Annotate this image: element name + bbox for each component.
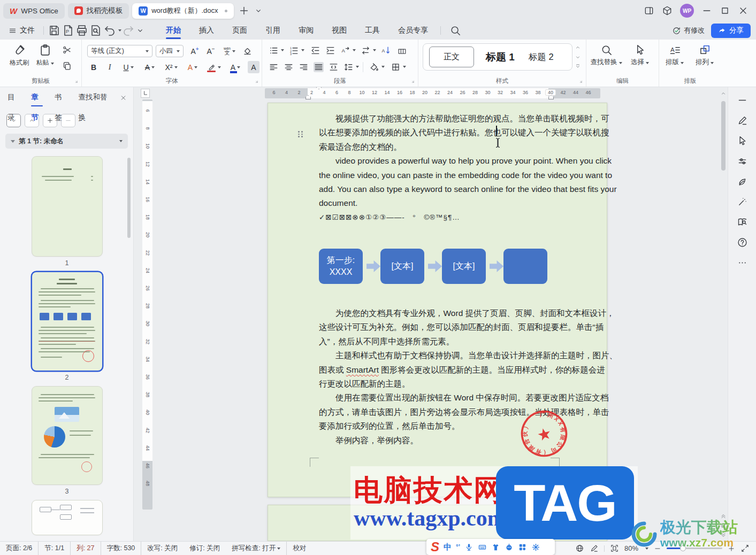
status-item-1[interactable]: 节: 1/1 [39, 542, 71, 555]
document-page-2[interactable]: 视频提供了功能强大的方法帮助您证明您的观点。当您单击联机视频时，可以在想要添加的… [268, 103, 607, 497]
status-item-5[interactable]: 修订: 关闭 [184, 542, 226, 555]
ink-pen-icon[interactable] [590, 544, 599, 553]
style-normal[interactable]: 正文 [429, 47, 474, 67]
document-page-3[interactable] [268, 505, 607, 541]
clipboard-expand-icon[interactable] [74, 80, 79, 84]
align-right-icon[interactable] [299, 62, 309, 72]
fullscreen-icon[interactable] [740, 544, 750, 553]
italic-button[interactable]: I [103, 61, 116, 73]
scroll-up-icon[interactable] [720, 90, 727, 97]
cut-button[interactable] [62, 45, 72, 55]
styles-scroll-down-icon[interactable] [575, 54, 581, 60]
edit-tool-icon[interactable] [737, 115, 748, 126]
status-item-3[interactable]: 字数: 530 [101, 542, 142, 555]
workspace-cube-icon[interactable] [662, 5, 673, 16]
beautify-wand-icon[interactable] [737, 196, 748, 207]
text-direction-icon[interactable]: A [340, 45, 350, 56]
section-remove-button[interactable] [61, 114, 75, 127]
language-globe-icon[interactable] [575, 544, 584, 553]
style-heading2[interactable]: 标题 2 [529, 51, 554, 63]
right-indent-marker[interactable] [548, 95, 554, 99]
font-color-button[interactable]: A [226, 61, 245, 73]
numbering-icon[interactable]: 123 [289, 45, 299, 56]
status-item-2[interactable]: 列: 27 [71, 542, 101, 555]
tab-stop-selector[interactable] [141, 89, 150, 98]
zoom-menu-icon[interactable] [645, 548, 648, 550]
font-family-select[interactable]: 等线 (正文) [87, 45, 152, 57]
align-center-icon[interactable] [284, 62, 294, 72]
justify-icon[interactable] [314, 62, 324, 72]
increase-indent-icon[interactable] [325, 45, 335, 56]
undo-button[interactable] [103, 24, 116, 37]
sort-icon[interactable]: A [381, 45, 391, 56]
page-thumbnail-2[interactable] [32, 272, 102, 371]
shading-icon[interactable] [369, 62, 379, 72]
select-button[interactable]: 选择 [626, 44, 654, 67]
voice-input-icon[interactable] [464, 543, 474, 552]
align-left-icon[interactable] [269, 62, 279, 72]
smartart-flowchart[interactable]: 第一步:XXXX[文本][文本] [319, 249, 560, 285]
new-tab-button[interactable] [238, 5, 250, 17]
nav-panel-close-icon[interactable] [120, 94, 127, 102]
nav-tab-1[interactable]: 章节 [31, 87, 43, 109]
arrange-button[interactable]: 排列 [690, 44, 719, 67]
print-preview-button[interactable] [89, 24, 102, 37]
sync-status[interactable]: 有修改 [672, 26, 705, 35]
style-heading1[interactable]: 标题 1 [486, 50, 515, 64]
fit-page-icon[interactable] [610, 544, 619, 553]
select-tool-icon[interactable] [737, 135, 748, 147]
redo-button[interactable] [122, 24, 135, 37]
styles-expand-icon[interactable] [579, 80, 584, 84]
menu-item-2[interactable]: 页面 [223, 21, 256, 40]
bold-button[interactable]: B [87, 61, 100, 73]
styles-gallery-open-icon[interactable] [575, 63, 581, 70]
tab-document[interactable]: W word教程（新）.docx [132, 3, 234, 19]
help-icon[interactable] [737, 237, 748, 248]
pinyin-guide-button[interactable]: wén文 [220, 45, 239, 57]
menu-item-7[interactable]: 会员专享 [389, 21, 437, 40]
status-item-4[interactable]: 改写: 关闭 [141, 542, 184, 555]
status-item-6[interactable]: 拼写检查: 打开 [226, 542, 287, 555]
section-header[interactable]: 第 1 节: 未命名 [5, 134, 128, 149]
font-size-select[interactable]: 小四 [156, 45, 184, 57]
more-tools-icon[interactable] [737, 257, 748, 268]
tab-list-button[interactable] [254, 5, 263, 17]
adjust-settings-icon[interactable] [737, 156, 748, 167]
menu-item-1[interactable]: 插入 [190, 21, 223, 40]
horizontal-ruler[interactable]: 6422468101214161820222426283032343638404… [265, 88, 600, 98]
copy-button[interactable] [62, 61, 72, 71]
maximize-button[interactable] [720, 5, 730, 16]
decrease-indent-icon[interactable] [310, 45, 320, 56]
font-expand-icon[interactable] [255, 80, 259, 84]
proofread-book-icon[interactable] [737, 217, 748, 228]
nav-tab-3[interactable]: 查找和替换 [78, 87, 108, 109]
zoom-slider-knob[interactable] [680, 545, 686, 551]
format-painter-button[interactable]: 格式刷 [7, 43, 31, 67]
zoom-in-icon[interactable] [728, 545, 735, 552]
grid-icon[interactable] [397, 45, 407, 56]
previous-page-icon[interactable] [720, 513, 727, 519]
paragraph-drag-handle[interactable] [298, 131, 303, 137]
tab-wps-home[interactable]: W WPS Office [3, 3, 65, 19]
zoom-level[interactable]: 80% [624, 544, 638, 552]
distribute-icon[interactable] [329, 62, 339, 72]
flowchart-box-1[interactable]: 第一步:XXXX [319, 249, 363, 284]
avatar[interactable]: WP [680, 4, 694, 18]
page-select-icon[interactable] [720, 522, 727, 529]
line-spacing-icon[interactable] [343, 62, 354, 72]
menu-item-0[interactable]: 开始 [157, 21, 190, 40]
superscript-button[interactable]: X² [162, 61, 180, 73]
status-item-7[interactable]: 校对 [287, 542, 312, 555]
nav-tab-0[interactable]: 目录 [7, 87, 19, 109]
virtual-keyboard-icon[interactable] [478, 543, 487, 552]
menu-item-6[interactable]: 工具 [356, 21, 389, 40]
menu-item-4[interactable]: 审阅 [289, 21, 323, 40]
toolbox-icon[interactable] [518, 543, 527, 552]
page-thumbnail-3[interactable] [32, 387, 102, 484]
close-button[interactable] [738, 5, 749, 16]
export-pdf-button[interactable]: P [62, 24, 74, 37]
search-icon[interactable] [449, 25, 461, 36]
increase-font-button[interactable]: A+ [188, 45, 202, 57]
share-button[interactable]: 分享 [711, 24, 751, 38]
split-view-icon[interactable] [644, 5, 654, 16]
